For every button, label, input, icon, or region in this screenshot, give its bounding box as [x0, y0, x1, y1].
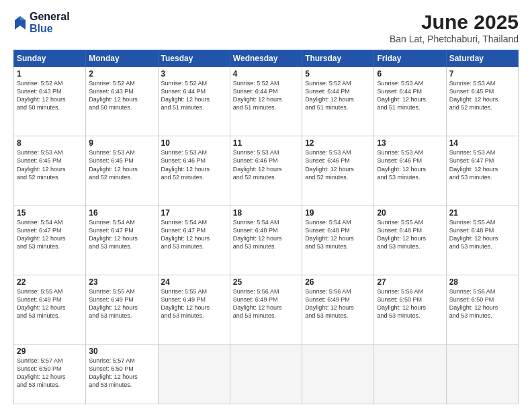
table-row: 4Sunrise: 5:52 AMSunset: 6:44 PMDaylight… [230, 67, 302, 136]
table-row: 15Sunrise: 5:54 AMSunset: 6:47 PMDayligh… [14, 205, 86, 275]
table-row: 7Sunrise: 5:53 AMSunset: 6:45 PMDaylight… [446, 67, 518, 136]
table-row: 25Sunrise: 5:56 AMSunset: 6:49 PMDayligh… [230, 275, 302, 344]
day-number: 16 [89, 208, 154, 218]
day-info: Sunrise: 5:53 AMSunset: 6:47 PMDaylight:… [449, 148, 515, 181]
table-row: 21Sunrise: 5:55 AMSunset: 6:48 PMDayligh… [446, 205, 518, 275]
table-row [374, 345, 446, 404]
day-number: 20 [377, 208, 443, 218]
table-row: 9Sunrise: 5:53 AMSunset: 6:45 PMDaylight… [86, 136, 158, 205]
logo: General Blue [13, 11, 70, 34]
day-number: 14 [449, 138, 515, 148]
day-info: Sunrise: 5:53 AMSunset: 6:46 PMDaylight:… [377, 148, 443, 181]
table-row: 14Sunrise: 5:53 AMSunset: 6:47 PMDayligh… [446, 136, 518, 205]
day-info: Sunrise: 5:52 AMSunset: 6:44 PMDaylight:… [233, 79, 299, 112]
day-number: 2 [89, 69, 154, 79]
day-number: 8 [17, 138, 83, 148]
title-block: June 2025 Ban Lat, Phetchaburi, Thailand [390, 11, 519, 44]
day-number: 28 [449, 277, 515, 287]
table-row [158, 345, 230, 404]
table-row: 30Sunrise: 5:57 AMSunset: 6:50 PMDayligh… [86, 345, 158, 404]
day-info: Sunrise: 5:53 AMSunset: 6:45 PMDaylight:… [89, 148, 154, 181]
calendar-header-row: Sunday Monday Tuesday Wednesday Thursday… [14, 50, 519, 67]
day-number: 24 [161, 277, 227, 287]
table-row: 20Sunrise: 5:55 AMSunset: 6:48 PMDayligh… [374, 205, 446, 275]
table-row: 28Sunrise: 5:56 AMSunset: 6:50 PMDayligh… [446, 275, 518, 344]
day-info: Sunrise: 5:53 AMSunset: 6:46 PMDaylight:… [233, 148, 299, 181]
table-row: 17Sunrise: 5:54 AMSunset: 6:47 PMDayligh… [158, 205, 230, 275]
calendar-table: Sunday Monday Tuesday Wednesday Thursday… [13, 50, 519, 404]
table-row: 29Sunrise: 5:57 AMSunset: 6:50 PMDayligh… [14, 345, 86, 404]
table-row: 24Sunrise: 5:55 AMSunset: 6:49 PMDayligh… [158, 275, 230, 344]
day-info: Sunrise: 5:55 AMSunset: 6:48 PMDaylight:… [377, 218, 443, 251]
day-info: Sunrise: 5:56 AMSunset: 6:49 PMDaylight:… [305, 287, 371, 320]
logo-blue: Blue [30, 23, 70, 35]
table-row: 13Sunrise: 5:53 AMSunset: 6:46 PMDayligh… [374, 136, 446, 205]
day-number: 27 [377, 277, 443, 287]
day-info: Sunrise: 5:53 AMSunset: 6:44 PMDaylight:… [377, 79, 443, 112]
logo-text: General Blue [30, 11, 70, 34]
day-number: 29 [17, 347, 83, 356]
day-info: Sunrise: 5:54 AMSunset: 6:48 PMDaylight:… [305, 218, 371, 251]
day-info: Sunrise: 5:57 AMSunset: 6:50 PMDaylight:… [17, 357, 83, 390]
page: General Blue June 2025 Ban Lat, Phetchab… [0, 0, 532, 411]
day-number: 30 [89, 347, 154, 356]
day-number: 13 [377, 138, 443, 148]
table-row: 3Sunrise: 5:52 AMSunset: 6:44 PMDaylight… [158, 67, 230, 136]
table-row [446, 345, 518, 404]
col-thursday: Thursday [302, 50, 374, 67]
logo-icon [13, 15, 27, 31]
day-number: 4 [233, 69, 299, 79]
day-number: 5 [305, 69, 371, 79]
location: Ban Lat, Phetchaburi, Thailand [390, 34, 519, 44]
day-info: Sunrise: 5:52 AMSunset: 6:44 PMDaylight:… [305, 79, 371, 112]
day-number: 19 [305, 208, 371, 218]
day-info: Sunrise: 5:52 AMSunset: 6:43 PMDaylight:… [89, 79, 154, 112]
day-info: Sunrise: 5:53 AMSunset: 6:45 PMDaylight:… [17, 148, 83, 181]
day-info: Sunrise: 5:53 AMSunset: 6:45 PMDaylight:… [449, 79, 515, 112]
table-row: 19Sunrise: 5:54 AMSunset: 6:48 PMDayligh… [302, 205, 374, 275]
table-row: 5Sunrise: 5:52 AMSunset: 6:44 PMDaylight… [302, 67, 374, 136]
day-number: 15 [17, 208, 83, 218]
table-row [302, 345, 374, 404]
day-number: 18 [233, 208, 299, 218]
col-friday: Friday [374, 50, 446, 67]
day-number: 26 [305, 277, 371, 287]
day-info: Sunrise: 5:56 AMSunset: 6:50 PMDaylight:… [377, 287, 443, 320]
day-number: 12 [305, 138, 371, 148]
day-number: 11 [233, 138, 299, 148]
table-row: 12Sunrise: 5:53 AMSunset: 6:46 PMDayligh… [302, 136, 374, 205]
day-info: Sunrise: 5:55 AMSunset: 6:49 PMDaylight:… [161, 287, 227, 320]
day-number: 25 [233, 277, 299, 287]
day-info: Sunrise: 5:53 AMSunset: 6:46 PMDaylight:… [161, 148, 227, 181]
day-info: Sunrise: 5:55 AMSunset: 6:49 PMDaylight:… [89, 287, 154, 320]
month-title: June 2025 [390, 11, 519, 34]
day-info: Sunrise: 5:52 AMSunset: 6:44 PMDaylight:… [161, 79, 227, 112]
col-sunday: Sunday [14, 50, 86, 67]
table-row: 26Sunrise: 5:56 AMSunset: 6:49 PMDayligh… [302, 275, 374, 344]
day-number: 6 [377, 69, 443, 79]
svg-marker-1 [20, 16, 26, 20]
day-info: Sunrise: 5:54 AMSunset: 6:47 PMDaylight:… [17, 218, 83, 251]
day-info: Sunrise: 5:54 AMSunset: 6:47 PMDaylight:… [89, 218, 154, 251]
day-info: Sunrise: 5:55 AMSunset: 6:48 PMDaylight:… [449, 218, 515, 251]
day-info: Sunrise: 5:57 AMSunset: 6:50 PMDaylight:… [89, 357, 154, 390]
day-info: Sunrise: 5:53 AMSunset: 6:46 PMDaylight:… [305, 148, 371, 181]
day-number: 23 [89, 277, 154, 287]
day-info: Sunrise: 5:56 AMSunset: 6:50 PMDaylight:… [449, 287, 515, 320]
table-row: 27Sunrise: 5:56 AMSunset: 6:50 PMDayligh… [374, 275, 446, 344]
table-row: 11Sunrise: 5:53 AMSunset: 6:46 PMDayligh… [230, 136, 302, 205]
table-row: 18Sunrise: 5:54 AMSunset: 6:48 PMDayligh… [230, 205, 302, 275]
day-info: Sunrise: 5:52 AMSunset: 6:43 PMDaylight:… [17, 79, 83, 112]
col-saturday: Saturday [446, 50, 518, 67]
table-row [230, 345, 302, 404]
day-number: 3 [161, 69, 227, 79]
col-tuesday: Tuesday [158, 50, 230, 67]
col-wednesday: Wednesday [230, 50, 302, 67]
table-row: 2Sunrise: 5:52 AMSunset: 6:43 PMDaylight… [86, 67, 158, 136]
table-row: 6Sunrise: 5:53 AMSunset: 6:44 PMDaylight… [374, 67, 446, 136]
day-number: 22 [17, 277, 83, 287]
logo-general: General [30, 11, 70, 23]
day-info: Sunrise: 5:54 AMSunset: 6:47 PMDaylight:… [161, 218, 227, 251]
day-info: Sunrise: 5:54 AMSunset: 6:48 PMDaylight:… [233, 218, 299, 251]
header: General Blue June 2025 Ban Lat, Phetchab… [13, 11, 519, 44]
